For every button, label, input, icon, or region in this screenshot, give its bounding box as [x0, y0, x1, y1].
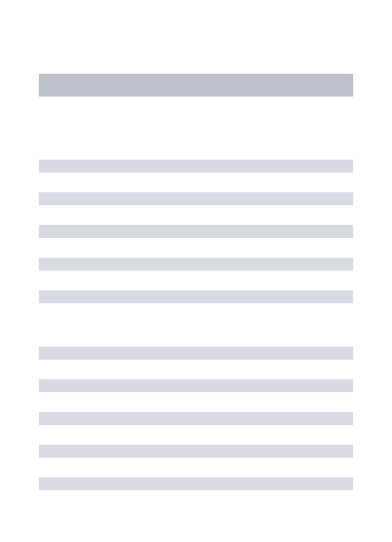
page-container — [0, 0, 392, 490]
text-line-placeholder — [39, 160, 353, 173]
text-line-placeholder — [39, 445, 353, 458]
header-placeholder — [39, 74, 353, 97]
text-line-placeholder — [39, 477, 353, 490]
paragraph-section-1 — [39, 160, 353, 303]
text-line-placeholder — [39, 192, 353, 205]
text-line-placeholder — [39, 347, 353, 360]
text-line-placeholder — [39, 412, 353, 425]
text-line-placeholder — [39, 290, 353, 303]
text-line-placeholder — [39, 258, 353, 271]
text-line-placeholder — [39, 225, 353, 238]
text-line-placeholder — [39, 379, 353, 392]
paragraph-section-2 — [39, 347, 353, 490]
